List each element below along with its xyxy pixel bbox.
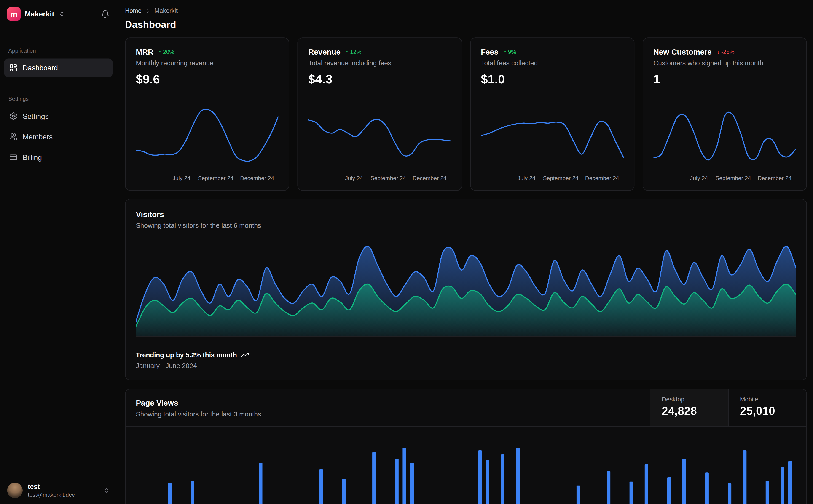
breadcrumb-home[interactable]: Home (125, 7, 141, 15)
tab-mobile[interactable]: Mobile 25,010 (728, 389, 806, 426)
page-title: Dashboard (125, 19, 807, 30)
stat-card-fees: Fees ↑9% Total fees collected $1.0 July … (470, 37, 634, 191)
x-axis-label: September 24 (543, 175, 578, 181)
chevron-right-icon (145, 8, 151, 14)
makerkit-logo: m (7, 7, 21, 21)
chevrons-up-down-icon[interactable] (58, 11, 65, 17)
stat-subtitle: Monthly recurring revenue (136, 59, 279, 67)
stat-cards-row: MRR ↑20% Monthly recurring revenue $9.6 … (125, 37, 807, 191)
tab-label: Desktop (662, 396, 717, 403)
user-email: test@makerkit.dev (28, 491, 75, 498)
tab-desktop[interactable]: Desktop 24,828 (650, 389, 728, 426)
x-axis-label: September 24 (198, 175, 234, 181)
arrow-up-icon: ↑ (346, 49, 349, 55)
visitors-range: January - June 2024 (136, 362, 796, 370)
stat-value: $9.6 (136, 72, 279, 86)
arrow-up-icon: ↑ (158, 49, 161, 55)
x-axis-label: December 24 (585, 175, 619, 181)
stat-title: Fees (481, 47, 498, 56)
x-axis-label: July 24 (172, 175, 190, 181)
x-axis-label: December 24 (413, 175, 447, 181)
members-icon (9, 133, 18, 141)
app-root: m Makerkit Application Dashboard Setting… (0, 0, 813, 504)
page-views-subtitle: Showing total visitors for the last 3 mo… (136, 410, 640, 418)
stat-value: $4.3 (308, 72, 451, 86)
bell-icon[interactable] (101, 10, 109, 18)
stat-title: Revenue (308, 47, 341, 56)
sidebar-item-billing[interactable]: Billing (4, 148, 113, 167)
sidebar-item-label: Members (23, 133, 53, 141)
sidebar-item-label: Settings (23, 112, 49, 120)
visitors-trend: Trending up by 5.2% this month (136, 351, 796, 359)
sidebar-item-label: Dashboard (23, 64, 58, 72)
workspace-selector[interactable]: m Makerkit (0, 6, 117, 22)
user-menu[interactable]: test test@makerkit.dev (0, 476, 117, 504)
fees-sparkline-chart (481, 107, 624, 173)
sidebar-item-label: Billing (23, 153, 42, 162)
stat-card-new-customers: New Customers ↓-25% Customers who signed… (643, 37, 807, 191)
chevrons-up-down-icon[interactable] (103, 487, 109, 493)
arrow-down-icon: ↓ (717, 49, 720, 55)
trending-up-icon (241, 351, 249, 359)
billing-icon (9, 153, 18, 162)
trend-badge: ↑20% (158, 49, 174, 55)
breadcrumb-current: Makerkit (154, 7, 178, 15)
stat-subtitle: Customers who signed up this month (654, 59, 796, 67)
x-axis-label: December 24 (758, 175, 792, 181)
visitors-card: Visitors Showing total visitors for the … (125, 199, 807, 380)
stat-subtitle: Total fees collected (481, 59, 624, 67)
stat-value: $1.0 (481, 72, 624, 86)
x-axis-label: September 24 (716, 175, 751, 181)
stat-card-mrr: MRR ↑20% Monthly recurring revenue $9.6 … (125, 37, 289, 191)
revenue-sparkline-chart (308, 107, 451, 173)
x-axis-label: July 24 (690, 175, 708, 181)
x-axis: July 24 September 24 December 24 (308, 175, 451, 183)
mrr-sparkline-chart (136, 107, 279, 173)
workspace-name: Makerkit (25, 10, 54, 18)
sidebar-item-dashboard[interactable]: Dashboard (4, 59, 113, 77)
stat-card-revenue: Revenue ↑12% Total revenue including fee… (298, 37, 462, 191)
x-axis-label: July 24 (345, 175, 363, 181)
trend-badge: ↑9% (504, 49, 516, 55)
main-content: Home Makerkit Dashboard MRR ↑20% Monthly… (117, 0, 813, 504)
page-views-bar-chart (136, 431, 807, 504)
page-views-title: Page Views (136, 398, 640, 407)
visitors-subtitle: Showing total visitors for the last 6 mo… (136, 222, 796, 229)
dashboard-icon (9, 64, 18, 72)
x-axis: July 24 September 24 December 24 (654, 175, 796, 183)
tab-value: 25,010 (740, 405, 795, 418)
nav-section-label: Application (8, 47, 109, 53)
breadcrumb: Home Makerkit (125, 7, 807, 15)
user-name: test (28, 483, 75, 491)
new-customers-sparkline-chart (654, 107, 796, 173)
tab-value: 24,828 (662, 405, 717, 418)
arrow-up-icon: ↑ (504, 49, 506, 55)
x-axis-label: September 24 (371, 175, 406, 181)
x-axis: July 24 September 24 December 24 (481, 175, 624, 183)
stat-title: New Customers (654, 47, 712, 56)
x-axis-label: December 24 (240, 175, 274, 181)
nav-section-label: Settings (8, 96, 109, 102)
sidebar-item-members[interactable]: Members (4, 127, 113, 146)
sidebar-item-settings[interactable]: Settings (4, 107, 113, 125)
stat-subtitle: Total revenue including fees (308, 59, 451, 67)
x-axis: July 24 September 24 December 24 (136, 175, 279, 183)
visitors-area-chart (136, 238, 796, 340)
trend-badge: ↑12% (346, 49, 362, 55)
gear-icon (9, 112, 18, 120)
x-axis-label: July 24 (517, 175, 535, 181)
visitors-title: Visitors (136, 210, 796, 218)
page-views-card: Page Views Showing total visitors for th… (125, 389, 807, 504)
tab-label: Mobile (740, 396, 795, 403)
avatar (7, 483, 23, 498)
sidebar: m Makerkit Application Dashboard Setting… (0, 0, 117, 504)
trend-badge: ↓-25% (717, 49, 735, 55)
stat-title: MRR (136, 47, 153, 56)
stat-value: 1 (654, 72, 796, 86)
